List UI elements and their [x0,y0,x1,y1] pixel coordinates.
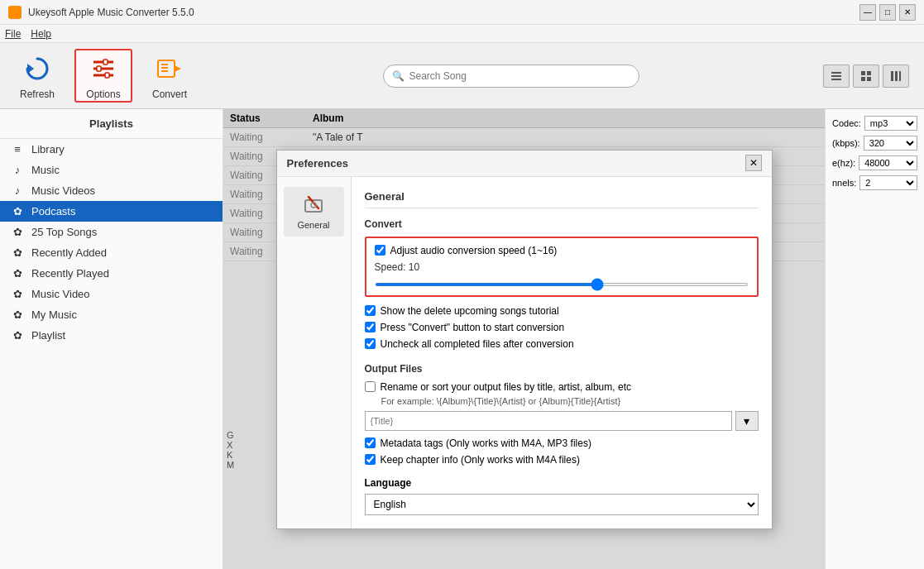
dialog-close-button[interactable]: ✕ [745,155,762,171]
search-input[interactable] [409,70,630,82]
refresh-button[interactable]: Refresh [8,49,66,103]
sidebar-item-recently-added[interactable]: ✿ Recently Added [0,242,223,263]
music-video-icon: ✿ [10,288,25,300]
keep-chapter-checkbox[interactable] [365,454,376,465]
bitrate-select[interactable]: 128 192 256 320 [864,136,917,151]
show-delete-checkbox[interactable] [365,305,376,316]
preferences-dialog: Preferences ✕ General [276,150,773,529]
uncheck-completed-label: Uncheck all completed files after conver… [381,338,574,350]
sample-label: e(hz): [832,158,855,168]
keep-chapter-label: Keep chapter info (Only works with M4A f… [381,454,580,466]
rename-check-row: Rename or sort your output files by titl… [365,381,759,393]
dialog-title-bar: Preferences ✕ [277,151,772,177]
svg-rect-14 [831,79,841,80]
svg-rect-19 [891,71,893,81]
language-label: Language [365,477,759,489]
sample-select[interactable]: 44100 48000 [859,155,917,170]
press-convert-checkbox[interactable] [365,322,376,332]
svg-rect-6 [105,73,109,78]
channels-label: nnels: [832,178,856,188]
sidebar-item-25-top-songs[interactable]: ✿ 25 Top Songs [0,222,223,242]
options-button[interactable]: Options [74,49,132,103]
music-icon: ♪ [10,164,25,176]
minimize-button[interactable]: — [859,4,876,21]
svg-rect-17 [861,77,865,81]
view-columns-button[interactable] [883,65,909,88]
section-title: General [365,190,759,208]
speed-checkbox-label: Adjust audio conversion speed (1~16) [390,245,558,256]
codec-select[interactable]: mp3 m4a flac wav aac [864,116,917,131]
dialog-title: Preferences [287,157,348,170]
speed-value-label: Speed: 10 [375,261,749,273]
rename-checkbox[interactable] [365,381,376,392]
general-settings-icon [302,194,325,217]
menu-help[interactable]: Help [31,28,51,40]
top-songs-icon: ✿ [10,226,25,238]
channels-row: nnels: 1 2 [832,175,917,190]
rename-example: For example: \{Album}\{Title}\{Artist} o… [365,396,759,406]
sidebar-item-label: Library [31,143,65,155]
window-controls: — □ ✕ [859,4,916,21]
svg-rect-12 [831,72,841,74]
sidebar-item-podcasts[interactable]: ✿ Podcasts [0,201,223,222]
sidebar-item-playlist[interactable]: ✿ Playlist [0,325,223,346]
dialog-body: General General Convert [277,177,772,528]
speed-slider[interactable] [375,283,749,286]
view-grid-button[interactable] [853,65,879,88]
library-icon: ≡ [10,143,25,155]
preferences-dialog-overlay: Preferences ✕ General [223,109,825,569]
show-delete-label: Show the delete upcoming songs tutorial [381,305,559,317]
svg-rect-10 [161,67,168,69]
refresh-label: Refresh [20,88,55,100]
sidebar-item-label: Recently Added [31,246,107,259]
speed-checkbox[interactable] [375,245,385,256]
metadata-label: Metadata tags (Only works with M4A, MP3 … [381,438,591,449]
convert-icon [153,52,186,85]
bitrate-row: (kbps): 128 192 256 320 [832,136,917,151]
uncheck-completed-checkbox[interactable] [365,338,376,349]
svg-rect-15 [861,71,865,75]
sidebar-item-label: Recently Played [31,267,109,280]
channels-select[interactable]: 1 2 [859,175,917,190]
sidebar-item-my-music[interactable]: ✿ My Music [0,304,223,325]
sidebar-item-music[interactable]: ♪ Music [0,160,223,180]
bitrate-label: (kbps): [832,138,860,148]
close-button[interactable]: ✕ [899,4,916,21]
title-dropdown-button[interactable]: ▾ [735,411,759,431]
menu-file[interactable]: File [5,28,21,40]
codec-row: Codec: mp3 m4a flac wav aac [832,116,917,131]
sidebar-item-music-video[interactable]: ✿ Music Video [0,284,223,304]
sidebar-item-library[interactable]: ≡ Library [0,139,223,160]
app-icon [8,6,22,19]
press-convert-row: Press "Convert" button to start conversi… [365,322,759,333]
options-label: Options [86,88,120,100]
uncheck-completed-row: Uncheck all completed files after conver… [365,338,759,350]
search-container: 🔍 [207,65,815,88]
sidebar-item-label: Music [31,164,60,176]
convert-button[interactable]: Convert [141,49,199,103]
title-input-row: ▾ [365,411,759,431]
speed-checkbox-row: Adjust audio conversion speed (1~16) [375,245,749,256]
svg-rect-20 [895,71,898,81]
sidebar-item-music-videos[interactable]: ♪ Music Videos [0,180,223,201]
svg-rect-9 [161,64,168,65]
maximize-button[interactable]: □ [879,4,896,21]
sidebar-item-recently-played[interactable]: ✿ Recently Played [0,263,223,284]
svg-marker-8 [175,65,181,72]
app-title: Ukeysoft Apple Music Converter 5.5.0 [28,7,194,18]
output-files-label: Output Files [365,363,759,375]
metadata-checkbox[interactable] [365,438,376,448]
dialog-content: General Convert Adjust audio conversion … [352,177,772,528]
options-icon [87,52,120,85]
language-select[interactable]: English Chinese Japanese Korean French G… [365,494,759,515]
svg-marker-0 [27,64,34,74]
content-area: Status Album Waiting "A Tale of T Waitin… [223,109,825,569]
sidebar-item-label: 25 Top Songs [31,226,97,238]
svg-rect-18 [867,77,871,81]
view-list-button[interactable] [823,65,850,88]
svg-rect-4 [103,60,108,65]
dialog-nav-general[interactable]: General [284,187,344,237]
recently-added-icon: ✿ [10,246,25,259]
title-input[interactable] [365,411,732,431]
podcasts-icon: ✿ [10,205,25,218]
